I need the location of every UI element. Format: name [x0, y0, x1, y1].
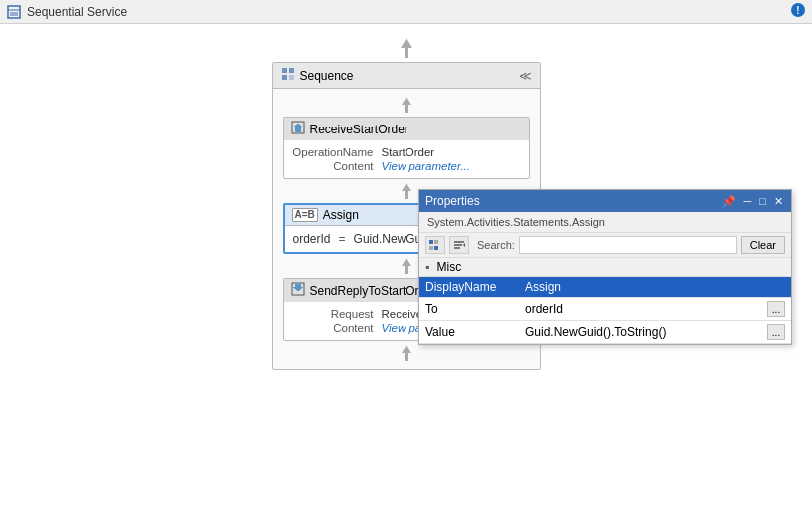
to-ellipsis-button[interactable]: ...	[767, 301, 785, 317]
svg-rect-20	[429, 246, 433, 250]
to-value: orderId	[525, 302, 563, 316]
properties-sort-button[interactable]	[449, 236, 469, 254]
properties-title-controls: 📌 ─ □ ✕	[720, 195, 785, 208]
svg-rect-12	[295, 127, 301, 132]
receive-icon	[291, 121, 305, 137]
sequence-header-left: Sequence	[281, 67, 354, 84]
search-label: Search:	[477, 239, 515, 251]
svg-marker-13	[402, 183, 411, 199]
displayname-row[interactable]: DisplayName Assign	[419, 277, 791, 298]
receive-content-row: Content View parameter...	[292, 160, 521, 172]
receive-header: ReceiveStartOrder	[284, 118, 529, 140]
properties-pin-button[interactable]: 📌	[720, 195, 738, 208]
svg-rect-6	[282, 68, 287, 73]
svg-marker-17	[402, 345, 411, 361]
sequence-label: Sequence	[300, 69, 354, 83]
sequence-collapse-button[interactable]: ≪	[519, 69, 532, 83]
sequence-icon	[281, 67, 295, 84]
assign-variable: orderId	[293, 232, 331, 246]
sequential-service-icon	[6, 4, 22, 20]
receive-content-value[interactable]: View parameter...	[382, 160, 470, 172]
properties-close-button[interactable]: ✕	[772, 195, 785, 208]
to-val-container: orderId ...	[525, 301, 785, 317]
svg-rect-9	[289, 75, 294, 80]
properties-minimize-button[interactable]: ─	[742, 195, 754, 208]
misc-toggle-icon[interactable]: ▪	[425, 260, 429, 274]
to-key: To	[419, 298, 519, 321]
send-reply-icon	[291, 282, 305, 299]
svg-marker-5	[401, 38, 412, 58]
svg-marker-25	[463, 243, 465, 247]
value-key: Value	[419, 321, 519, 344]
assign-label: Assign	[323, 208, 359, 222]
value-value: Guid.NewGuid().ToString()	[525, 325, 666, 339]
properties-type-text: System.Activities.Statements.Assign	[419, 212, 791, 233]
request-label: Request	[292, 308, 382, 320]
info-icon: !	[790, 2, 806, 21]
send-reply-label: SendReplyToStartOrder	[310, 284, 436, 298]
title-text: Sequential Service	[27, 5, 127, 19]
clear-button[interactable]: Clear	[741, 236, 785, 254]
misc-section-label: Misc	[437, 260, 462, 274]
value-val-cell: Guid.NewGuid().ToString() ...	[519, 321, 791, 344]
operation-name-row: OperationName StartOrder	[292, 146, 521, 158]
arrow-top	[10, 38, 802, 58]
search-input[interactable]	[519, 236, 737, 254]
properties-title-bar: Properties 📌 ─ □ ✕	[419, 190, 791, 212]
svg-marker-10	[402, 97, 411, 113]
svg-rect-21	[434, 246, 438, 250]
svg-marker-14	[402, 258, 411, 274]
reply-content-label: Content	[292, 322, 382, 334]
receive-body: OperationName StartOrder Content View pa…	[284, 140, 529, 178]
operation-value: StartOrder	[382, 146, 435, 158]
receive-content-label: Content	[292, 160, 382, 172]
svg-rect-8	[282, 75, 287, 80]
title-bar: Sequential Service !	[0, 0, 812, 24]
arrow-bottom	[283, 345, 530, 361]
sequence-header: Sequence ≪	[273, 63, 540, 89]
assign-icon: A=B	[292, 208, 318, 222]
properties-toolbar: Search: Clear	[419, 233, 791, 258]
value-row[interactable]: Value Guid.NewGuid().ToString() ...	[419, 321, 791, 344]
displayname-key: DisplayName	[419, 277, 519, 298]
misc-section-row: ▪ Misc	[419, 258, 791, 277]
properties-maximize-button[interactable]: □	[757, 195, 768, 208]
properties-title: Properties	[425, 194, 480, 208]
value-ellipsis-button[interactable]: ...	[767, 324, 785, 340]
to-row[interactable]: To orderId ...	[419, 298, 791, 321]
svg-rect-2	[10, 12, 18, 16]
properties-panel: Properties 📌 ─ □ ✕ System.Activities.Sta…	[418, 189, 792, 345]
displayname-val: Assign	[519, 277, 791, 298]
value-val-container: Guid.NewGuid().ToString() ...	[525, 324, 785, 340]
receive-start-order-block[interactable]: ReceiveStartOrder OperationName StartOrd…	[283, 117, 530, 179]
receive-label: ReceiveStartOrder	[310, 123, 408, 136]
svg-rect-16	[295, 284, 301, 289]
properties-table: ▪ Misc DisplayName Assign To orderId ...	[419, 258, 791, 344]
operation-label: OperationName	[292, 146, 382, 158]
assign-equals: =	[339, 232, 346, 246]
svg-text:!: !	[796, 5, 799, 16]
properties-categorize-button[interactable]	[425, 236, 445, 254]
svg-rect-18	[429, 240, 433, 244]
svg-rect-7	[289, 68, 294, 73]
svg-rect-19	[434, 240, 438, 244]
to-val-cell: orderId ...	[519, 298, 791, 321]
arrow-inner-top	[283, 97, 530, 113]
